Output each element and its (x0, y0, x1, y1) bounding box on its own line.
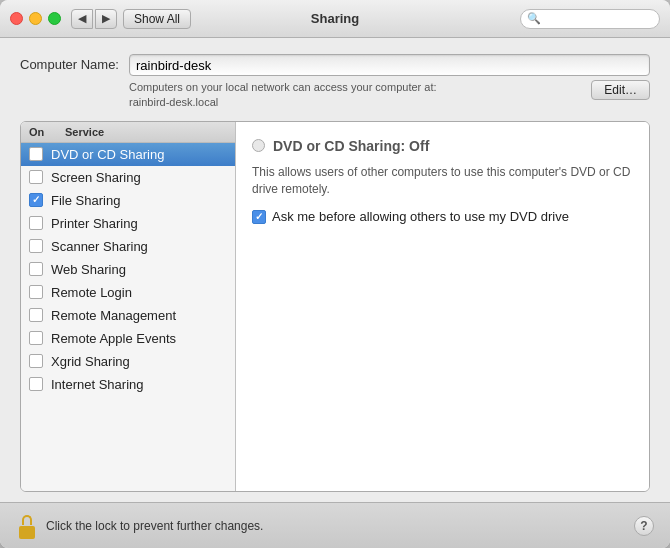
show-all-button[interactable]: Show All (123, 9, 191, 29)
traffic-lights (10, 12, 61, 25)
checkbox-scanner-sharing[interactable] (29, 239, 43, 253)
checkbox-xgrid-sharing[interactable] (29, 354, 43, 368)
checkbox-remote-management[interactable] (29, 308, 43, 322)
minimize-button[interactable] (29, 12, 42, 25)
window-title: Sharing (311, 11, 359, 26)
main-content: Computer Name: Computers on your local n… (0, 38, 670, 502)
service-status-radio[interactable] (252, 139, 265, 152)
window: ◀ ▶ Show All Sharing 🔍 Computer Name: Co… (0, 0, 670, 548)
checkbox-printer-sharing[interactable] (29, 216, 43, 230)
nav-buttons: ◀ ▶ (71, 9, 117, 29)
header-service: Service (65, 126, 104, 138)
search-icon: 🔍 (527, 12, 541, 25)
computer-name-field-group: Computers on your local network can acce… (129, 54, 650, 111)
service-label-xgrid-sharing: Xgrid Sharing (51, 354, 130, 369)
header-on: On (29, 126, 49, 138)
sidebar-item-dvd-cd-sharing[interactable]: DVD or CD Sharing (21, 143, 235, 166)
service-label-printer-sharing: Printer Sharing (51, 216, 138, 231)
option-label: Ask me before allowing others to use my … (272, 209, 569, 224)
sidebar-item-internet-sharing[interactable]: Internet Sharing (21, 373, 235, 396)
lock-icon (16, 513, 38, 539)
titlebar: ◀ ▶ Show All Sharing 🔍 (0, 0, 670, 38)
sidebar-item-scanner-sharing[interactable]: Scanner Sharing (21, 235, 235, 258)
lock-text: Click the lock to prevent further change… (46, 519, 263, 533)
service-title: DVD or CD Sharing: Off (273, 138, 429, 154)
service-label-file-sharing: File Sharing (51, 193, 120, 208)
search-box: 🔍 (520, 9, 660, 29)
sidebar-header: On Service (21, 122, 235, 143)
computer-name-input[interactable] (129, 54, 650, 76)
checkbox-file-sharing[interactable] (29, 193, 43, 207)
service-label-screen-sharing: Screen Sharing (51, 170, 141, 185)
forward-button[interactable]: ▶ (95, 9, 117, 29)
close-button[interactable] (10, 12, 23, 25)
service-label-scanner-sharing: Scanner Sharing (51, 239, 148, 254)
computer-name-desc: Computers on your local network can acce… (129, 80, 583, 111)
service-label-dvd-cd-sharing: DVD or CD Sharing (51, 147, 164, 162)
computer-name-row: Computer Name: Computers on your local n… (20, 54, 650, 111)
maximize-button[interactable] (48, 12, 61, 25)
service-label-web-sharing: Web Sharing (51, 262, 126, 277)
service-label-remote-login: Remote Login (51, 285, 132, 300)
sidebar-item-web-sharing[interactable]: Web Sharing (21, 258, 235, 281)
sidebar-item-remote-login[interactable]: Remote Login (21, 281, 235, 304)
sidebar-item-file-sharing[interactable]: File Sharing (21, 189, 235, 212)
sidebar-item-remote-management[interactable]: Remote Management (21, 304, 235, 327)
sidebar-list: DVD or CD SharingScreen SharingFile Shar… (21, 143, 235, 491)
sidebar-item-printer-sharing[interactable]: Printer Sharing (21, 212, 235, 235)
sidebar-item-remote-apple-events[interactable]: Remote Apple Events (21, 327, 235, 350)
checkbox-web-sharing[interactable] (29, 262, 43, 276)
checkbox-screen-sharing[interactable] (29, 170, 43, 184)
service-label-internet-sharing: Internet Sharing (51, 377, 144, 392)
checkbox-remote-apple-events[interactable] (29, 331, 43, 345)
service-description: This allows users of other computers to … (252, 164, 633, 198)
sidebar-item-screen-sharing[interactable]: Screen Sharing (21, 166, 235, 189)
checkbox-dvd-cd-sharing[interactable] (29, 147, 43, 161)
computer-name-sub: Computers on your local network can acce… (129, 80, 650, 111)
service-title-row: DVD or CD Sharing: Off (252, 138, 633, 154)
search-input[interactable] (544, 12, 653, 26)
right-panel: DVD or CD Sharing: Off This allows users… (236, 122, 649, 491)
help-button[interactable]: ? (634, 516, 654, 536)
service-label-remote-management: Remote Management (51, 308, 176, 323)
lock-area[interactable]: Click the lock to prevent further change… (16, 513, 263, 539)
sidebar-item-xgrid-sharing[interactable]: Xgrid Sharing (21, 350, 235, 373)
bottom-bar: Click the lock to prevent further change… (0, 502, 670, 548)
checkbox-remote-login[interactable] (29, 285, 43, 299)
edit-button[interactable]: Edit… (591, 80, 650, 100)
computer-name-label: Computer Name: (20, 54, 119, 72)
sidebar: On Service DVD or CD SharingScreen Shari… (21, 122, 236, 491)
checkbox-internet-sharing[interactable] (29, 377, 43, 391)
main-panel: On Service DVD or CD SharingScreen Shari… (20, 121, 650, 492)
back-button[interactable]: ◀ (71, 9, 93, 29)
service-label-remote-apple-events: Remote Apple Events (51, 331, 176, 346)
option-row: Ask me before allowing others to use my … (252, 209, 633, 224)
dvd-ask-checkbox[interactable] (252, 210, 266, 224)
